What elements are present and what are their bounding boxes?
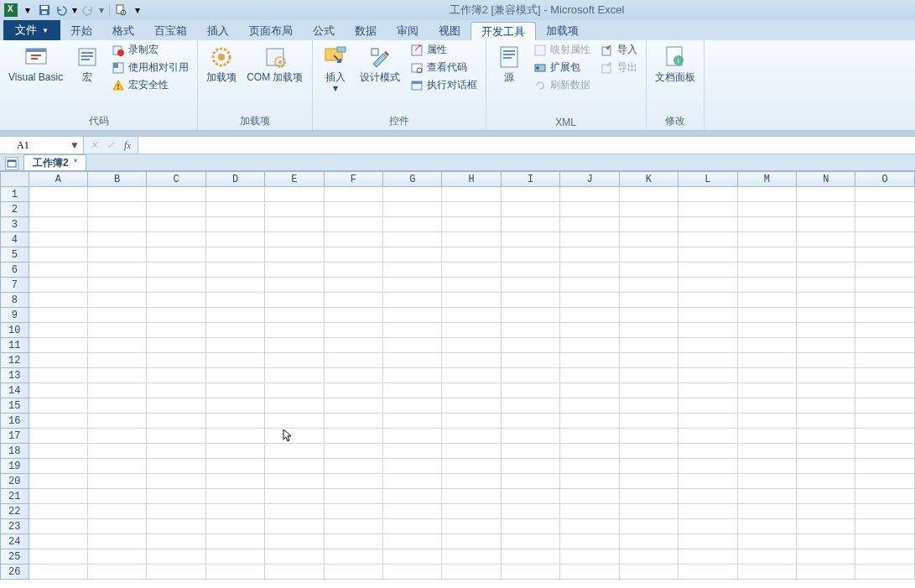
column-header[interactable]: I: [501, 172, 559, 187]
cell[interactable]: [147, 293, 205, 308]
cell[interactable]: [87, 232, 146, 247]
cell[interactable]: [442, 429, 501, 444]
cell[interactable]: [147, 368, 205, 383]
cell[interactable]: [797, 202, 855, 217]
cell[interactable]: [855, 489, 915, 504]
cell[interactable]: [147, 217, 205, 232]
cell[interactable]: [619, 414, 678, 429]
cell[interactable]: [87, 308, 146, 323]
cell[interactable]: [678, 263, 737, 278]
cell[interactable]: [205, 187, 264, 202]
cell[interactable]: [205, 293, 264, 308]
cell[interactable]: [560, 353, 619, 368]
cell[interactable]: [265, 368, 324, 383]
cell[interactable]: [324, 459, 382, 474]
row-header[interactable]: 6: [1, 263, 29, 278]
cell[interactable]: [29, 459, 87, 474]
cell[interactable]: [383, 383, 442, 398]
cell[interactable]: [855, 368, 915, 383]
cell[interactable]: [29, 534, 87, 549]
cell[interactable]: [324, 202, 382, 217]
cell[interactable]: [855, 504, 915, 519]
cell[interactable]: [87, 549, 146, 565]
cell[interactable]: [205, 383, 264, 398]
cell[interactable]: [87, 247, 146, 263]
cell[interactable]: [619, 308, 678, 323]
cell[interactable]: [383, 504, 442, 519]
cell[interactable]: [29, 187, 87, 202]
cell[interactable]: [737, 459, 796, 474]
cell[interactable]: [797, 549, 855, 565]
cell[interactable]: [560, 368, 619, 383]
cell[interactable]: [383, 444, 442, 459]
cell[interactable]: [265, 489, 324, 504]
cell[interactable]: [205, 232, 264, 247]
row-header[interactable]: 18: [1, 444, 29, 459]
cell[interactable]: [265, 549, 324, 565]
row-header[interactable]: 16: [1, 414, 29, 429]
cell[interactable]: [501, 565, 559, 580]
cell[interactable]: [265, 247, 324, 263]
cell[interactable]: [265, 187, 324, 202]
row-header[interactable]: 10: [1, 323, 29, 338]
cell[interactable]: [619, 247, 678, 263]
cell[interactable]: [619, 398, 678, 414]
cell[interactable]: [560, 247, 619, 263]
cell[interactable]: [678, 549, 737, 565]
redo-icon[interactable]: [81, 3, 96, 18]
cell[interactable]: [442, 308, 501, 323]
cell[interactable]: [324, 383, 382, 398]
cell[interactable]: [501, 414, 559, 429]
column-header[interactable]: C: [147, 172, 205, 187]
cell[interactable]: [87, 217, 146, 232]
column-header[interactable]: G: [383, 172, 442, 187]
cell[interactable]: [442, 459, 501, 474]
cell[interactable]: [737, 202, 796, 217]
column-header[interactable]: J: [560, 172, 619, 187]
cell[interactable]: [678, 489, 737, 504]
cell[interactable]: [737, 429, 796, 444]
cell[interactable]: [442, 368, 501, 383]
cell[interactable]: [560, 383, 619, 398]
cell[interactable]: [383, 338, 442, 353]
cell[interactable]: [383, 293, 442, 308]
cell[interactable]: [265, 308, 324, 323]
cell[interactable]: [560, 444, 619, 459]
cell[interactable]: [442, 398, 501, 414]
column-header[interactable]: F: [324, 172, 382, 187]
cell[interactable]: [147, 263, 205, 278]
column-header[interactable]: A: [29, 172, 87, 187]
cell[interactable]: [619, 338, 678, 353]
cell[interactable]: [383, 308, 442, 323]
cell[interactable]: [560, 398, 619, 414]
cell[interactable]: [205, 534, 264, 549]
cell[interactable]: [265, 414, 324, 429]
cell[interactable]: [560, 474, 619, 489]
cell[interactable]: [619, 534, 678, 549]
cell[interactable]: [147, 338, 205, 353]
undo-dropdown[interactable]: ▾: [70, 3, 79, 18]
cell[interactable]: [560, 278, 619, 293]
cell[interactable]: [265, 323, 324, 338]
cell[interactable]: [383, 368, 442, 383]
cell[interactable]: [147, 278, 205, 293]
row-header[interactable]: 8: [1, 293, 29, 308]
column-header[interactable]: D: [205, 172, 264, 187]
row-header[interactable]: 15: [1, 398, 29, 414]
cell[interactable]: [560, 489, 619, 504]
cell[interactable]: [678, 383, 737, 398]
cell[interactable]: [501, 459, 559, 474]
cell[interactable]: [265, 534, 324, 549]
cell[interactable]: [501, 429, 559, 444]
cell[interactable]: [324, 217, 382, 232]
cell[interactable]: [324, 263, 382, 278]
cell[interactable]: [501, 308, 559, 323]
cell[interactable]: [383, 534, 442, 549]
cell[interactable]: [383, 323, 442, 338]
cell[interactable]: [324, 398, 382, 414]
tab-addins[interactable]: 加载项: [536, 22, 589, 40]
cell[interactable]: [855, 308, 915, 323]
cell[interactable]: [29, 278, 87, 293]
cell[interactable]: [87, 489, 146, 504]
cell[interactable]: [442, 489, 501, 504]
